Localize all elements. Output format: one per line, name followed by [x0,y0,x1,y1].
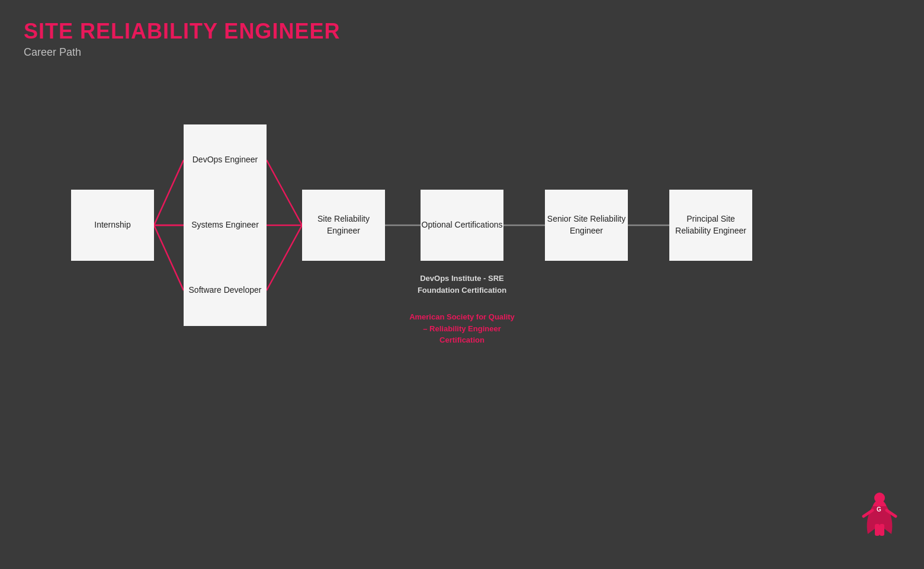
card-systems: Systems Engineer [184,190,267,261]
cert-devops-text: DevOps Institute - SRE Foundation Certif… [409,273,515,296]
superhero-icon: G [859,490,900,543]
card-sre-label: Site Reliability Engineer [302,213,385,236]
svg-point-11 [874,493,885,503]
card-systems-label: Systems Engineer [191,219,259,231]
card-devops: DevOps Engineer [184,124,267,196]
card-internship-label: Internship [94,219,130,231]
logo-area: G [859,490,900,545]
card-internship: Internship [71,190,154,261]
diagram-area: Internship DevOps Engineer Systems Engin… [0,89,924,504]
svg-line-1 [154,160,184,225]
svg-text:G: G [877,506,881,513]
svg-rect-13 [880,524,884,536]
diagram-lines [0,89,924,504]
cert-asq-text: American Society for Quality – Reliabili… [409,311,515,346]
card-software-label: Software Developer [189,284,262,296]
page-title: SITE RELIABILITY ENGINEER [24,19,340,44]
card-senior: Senior Site Reliability Engineer [545,190,628,261]
card-software: Software Developer [184,255,267,326]
card-sre: Site Reliability Engineer [302,190,385,261]
card-senior-label: Senior Site Reliability Engineer [545,213,628,236]
card-optcert: Optional Certifications [421,190,503,261]
svg-line-4 [267,160,302,225]
header: SITE RELIABILITY ENGINEER Career Path [24,19,340,59]
svg-line-6 [267,225,302,290]
card-optcert-label: Optional Certifications [422,219,503,231]
card-devops-label: DevOps Engineer [192,154,258,166]
card-principal: Principal Site Reliability Engineer [669,190,752,261]
page-subtitle: Career Path [24,46,340,59]
card-principal-label: Principal Site Reliability Engineer [669,213,752,236]
svg-line-3 [154,225,184,290]
svg-rect-12 [875,524,880,536]
